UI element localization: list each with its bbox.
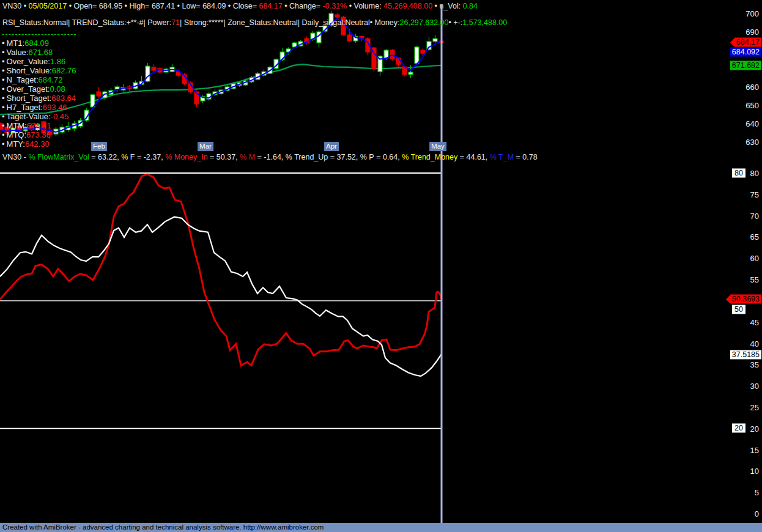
bullet-icon: • bbox=[2, 39, 5, 48]
list-separator: ----------------------- bbox=[2, 29, 77, 39]
text-segment: = -2.37, bbox=[135, 153, 165, 161]
indicator-label: Short_Taget: bbox=[7, 94, 52, 103]
axis-tick-10: 10 bbox=[750, 467, 759, 476]
bullet-icon: • bbox=[2, 112, 5, 121]
indicator-value: 693.46 bbox=[43, 103, 67, 112]
indicator-label: MTY: bbox=[7, 139, 25, 149]
axis-tick-630: 630 bbox=[745, 138, 759, 147]
text-segment: = 0.78 bbox=[514, 153, 538, 161]
text-segment: % Money_In bbox=[165, 153, 207, 161]
indicator-list-item: •MT1:684.09 bbox=[2, 39, 77, 48]
axis-tick-660: 660 bbox=[745, 83, 759, 92]
bullet-icon: • bbox=[2, 84, 5, 94]
text-segment: VN30 - bbox=[2, 153, 28, 161]
candle-down bbox=[335, 15, 339, 17]
indicator-list-item: •Short_Value:682.76 bbox=[2, 66, 77, 75]
candle-down bbox=[347, 35, 352, 41]
text-segment: % M bbox=[240, 153, 255, 161]
price-badge-684.17: 684.17 bbox=[730, 38, 761, 47]
axis-tick-25: 25 bbox=[750, 402, 759, 412]
indicator-value: 1.86 bbox=[50, 57, 65, 66]
indicator-label: Taget-Value: bbox=[7, 112, 51, 121]
indicator-list-item: •Taget-Value:-0.45 bbox=[2, 112, 77, 121]
bullet-icon: • bbox=[2, 57, 5, 66]
text-segment: = 37.52, bbox=[328, 153, 360, 161]
axis-tick-650: 650 bbox=[745, 101, 759, 110]
text-segment: 45,269,408.00 bbox=[383, 2, 432, 10]
axis-tick-5: 5 bbox=[755, 488, 759, 497]
axis-tick-75: 75 bbox=[750, 190, 759, 199]
text-segment: 26,297,632.00 bbox=[400, 18, 449, 27]
oscillator-white-line bbox=[0, 217, 442, 376]
axis-tick-20: 20 bbox=[750, 424, 759, 433]
month-label-apr: Apr bbox=[324, 142, 339, 151]
indicator-value: 671.68 bbox=[28, 48, 53, 57]
indicator-label: Over_Value: bbox=[7, 57, 50, 66]
candle-up bbox=[409, 72, 413, 75]
text-segment: • bbox=[24, 2, 29, 10]
indicator-list-item: •Short_Taget:683.64 bbox=[2, 94, 77, 103]
text-segment: % T_M bbox=[490, 153, 514, 161]
candle-up bbox=[433, 39, 437, 42]
candle-down bbox=[421, 50, 425, 53]
text-segment: 1,573,488.00 bbox=[462, 18, 507, 27]
text-segment: 05/05/2017 bbox=[29, 2, 67, 10]
indicator-label: N_Taget: bbox=[7, 75, 39, 84]
text-segment: % P bbox=[360, 153, 374, 161]
indicator-value: 683.64 bbox=[51, 94, 76, 103]
amibroker-chart-window: FebMarAprMay 700690660650640630684.17684… bbox=[0, 0, 762, 532]
axis-tick-60: 60 bbox=[750, 254, 759, 263]
axis-tick-690: 690 bbox=[745, 28, 759, 37]
status-bar-text: Created with AmiBroker - advanced charti… bbox=[2, 523, 324, 531]
axis-tick-65: 65 bbox=[750, 232, 759, 242]
axis-tick-45: 45 bbox=[750, 317, 759, 327]
axis-tick-35: 35 bbox=[750, 360, 759, 369]
indicator-list: ----------------------- •MT1:684.09•Valu… bbox=[2, 29, 77, 149]
indicator-label: Short_Value: bbox=[7, 66, 52, 75]
text-segment: VN30 bbox=[2, 2, 24, 10]
text-segment: • +-: bbox=[448, 18, 462, 27]
text-segment: = -1.64, bbox=[255, 153, 286, 161]
candle-down bbox=[152, 67, 156, 70]
text-segment: • Money: bbox=[370, 18, 400, 27]
text-segment: -0.31% bbox=[323, 2, 347, 10]
indicator-label: H7_Taget: bbox=[7, 103, 43, 112]
indicator-value: 673.36 bbox=[26, 130, 51, 139]
indicator-list-item: •MTM:678.41 bbox=[2, 121, 77, 130]
oscillator-level-badge-50: 50 bbox=[732, 305, 745, 314]
indicator-value: 0.08 bbox=[50, 84, 65, 94]
indicator-label: MT1: bbox=[7, 39, 25, 48]
badge-arrow-icon bbox=[730, 38, 734, 46]
chart-canvas[interactable] bbox=[0, 0, 762, 532]
text-segment: • Change= bbox=[283, 2, 323, 10]
candle-up bbox=[415, 47, 419, 64]
candle-down bbox=[390, 50, 394, 59]
bullet-icon: • bbox=[2, 139, 5, 149]
indicator-label: Value: bbox=[7, 48, 29, 57]
indicator-value: 678.41 bbox=[27, 121, 51, 130]
ohlc-header-row: VN30 • 05/05/2017 • Open= 684.95 • High=… bbox=[2, 2, 478, 10]
price-badge-684.092: 684.092 bbox=[730, 48, 761, 57]
axis-tick-640: 640 bbox=[745, 119, 759, 128]
axis-tick-55: 55 bbox=[750, 275, 759, 284]
text-segment: 684.17 bbox=[259, 2, 282, 10]
indicator-value: -0.45 bbox=[51, 112, 69, 121]
month-label-feb: Feb bbox=[91, 142, 107, 151]
indicator-value: 684.09 bbox=[24, 39, 49, 48]
bullet-icon: • bbox=[2, 121, 5, 130]
oscillator-level-badge-80: 80 bbox=[732, 169, 745, 178]
text-segment: % FlowMatrix_Vol bbox=[28, 153, 89, 161]
axis-tick-30: 30 bbox=[750, 382, 759, 391]
indicator-list-item: •Over_Value:1.86 bbox=[2, 57, 77, 66]
indicator-status-row: RSI_Status:Normal| TREND_Status:+**-#| P… bbox=[2, 18, 507, 27]
text-segment: 71 bbox=[171, 18, 180, 27]
month-label-mar: Mar bbox=[198, 142, 213, 151]
bullet-icon: • bbox=[2, 75, 5, 84]
price-badge-671.682: 671.682 bbox=[730, 61, 761, 70]
bullet-icon: • bbox=[2, 66, 5, 75]
bullet-icon: • bbox=[2, 130, 5, 139]
axis-tick-0: 0 bbox=[755, 509, 759, 519]
text-segment: = 44.61, bbox=[457, 153, 489, 161]
text-segment: • Volume: bbox=[347, 2, 383, 10]
badge-arrow-icon bbox=[726, 295, 730, 303]
